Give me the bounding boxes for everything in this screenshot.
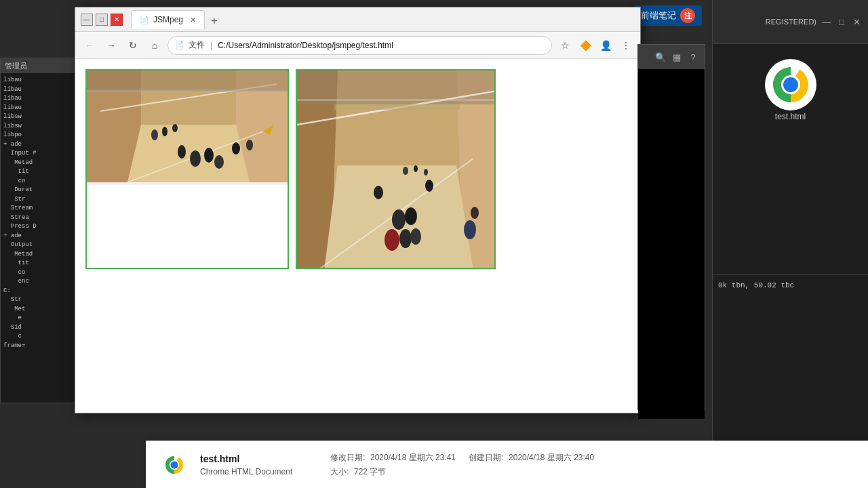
browser-toolbar: ← → ↻ ⌂ 📄 文件 | C:/Users/Administrator/De…: [75, 32, 640, 59]
size-value: 722 字节: [354, 467, 386, 476]
minimize-button[interactable]: —: [81, 14, 93, 26]
watermark-text: 前端笔记: [641, 9, 676, 22]
terminal-line: + ade: [3, 232, 75, 241]
terminal-line: tit: [3, 167, 75, 177]
toolbar-actions: ☆ 🔶 👤 ⋮: [556, 37, 635, 54]
terminal-line: Str: [3, 296, 75, 305]
terminal-line: e: [3, 314, 75, 323]
created-label: 创建日期:: [469, 453, 503, 462]
terminal-line: frame=: [3, 342, 75, 351]
address-bar[interactable]: 📄 文件 | C:/Users/Administrator/Desktop/js…: [167, 36, 552, 55]
bottom-file-info: test.html Chrome HTML Document: [200, 453, 292, 476]
browser-titlebar: — □ ✕ 📄 JSMpeg ✕ +: [75, 7, 640, 32]
stream-line: Stream: [3, 204, 75, 214]
watermark-badge: 注: [680, 8, 695, 23]
extension-button[interactable]: 🔶: [576, 37, 594, 54]
svg-rect-39: [297, 99, 496, 101]
tab-favicon: 📄: [140, 16, 149, 24]
svg-point-45: [171, 461, 178, 468]
size-info: 大小: 722 字节: [330, 465, 594, 479]
svg-point-37: [424, 169, 428, 176]
terminal-line: co: [3, 177, 75, 186]
size-label: 大小:: [330, 467, 349, 476]
reload-button[interactable]: ↻: [124, 37, 142, 54]
bottom-meta: 修改日期: 2020/4/18 星期六 23:41 创建日期: 2020/4/1…: [330, 451, 594, 479]
helper-toolbar: 🔍 ▦ ?: [638, 45, 705, 69]
panel-close-icon[interactable]: ✕: [850, 16, 863, 28]
svg-point-12: [246, 140, 253, 150]
chrome-file-label: test.html: [775, 112, 806, 121]
svg-point-11: [232, 142, 240, 155]
terminal-line: C:: [3, 287, 75, 296]
minimize-icon[interactable]: —: [821, 16, 833, 28]
far-right-header: REGISTERED) — □ ✕: [713, 0, 868, 44]
created-date: 2020/4/18 星期六 23:40: [509, 453, 594, 462]
helper-window: 🔍 ▦ ?: [637, 44, 705, 410]
menu-button[interactable]: ⋮: [617, 37, 635, 54]
modified-info: 修改日期: 2020/4/18 星期六 23:41 创建日期: 2020/4/1…: [330, 451, 594, 464]
svg-point-8: [204, 148, 214, 163]
svg-point-17: [162, 127, 167, 136]
svg-point-32: [471, 207, 479, 219]
terminal-background: 管理员 libau libau libau libau libsw libsw …: [0, 58, 78, 403]
home-button[interactable]: ⌂: [146, 37, 163, 54]
maximize-button[interactable]: □: [96, 14, 108, 26]
bottom-filename: test.html: [200, 453, 292, 464]
terminal-line: libsw: [3, 113, 75, 122]
svg-point-9: [214, 155, 224, 169]
modified-date: 2020/4/18 星期六 23:41: [370, 453, 456, 462]
helper-help-button[interactable]: ?: [687, 51, 699, 63]
terminal-line: Output: [3, 241, 75, 250]
press-line: Press D: [3, 222, 75, 232]
helper-search-button[interactable]: 🔍: [654, 51, 667, 63]
terminal-content: libau libau libau libau libsw libsw libp…: [1, 73, 77, 353]
svg-point-16: [151, 129, 158, 140]
svg-point-28: [384, 229, 399, 251]
address-prefix: 文件: [189, 39, 205, 51]
terminal-line: + ade: [3, 140, 75, 150]
svg-point-29: [399, 229, 412, 248]
terminal-line: libsw: [3, 122, 75, 131]
terminal-title: 管理员: [5, 61, 27, 71]
video-canvas-2: [297, 70, 496, 269]
far-right-panel: REGISTERED) — □ ✕ test.html 0k tbn, 50.0…: [712, 0, 868, 488]
video-frame-1-bottom: [87, 185, 288, 269]
terminal-line: libau: [3, 85, 75, 95]
svg-point-10: [178, 145, 186, 159]
svg-point-34: [425, 180, 433, 192]
terminal-line: co: [3, 268, 75, 278]
bookmark-button[interactable]: ☆: [556, 37, 574, 54]
helper-panel-button[interactable]: ▦: [671, 51, 683, 63]
terminal-output-line: 0k tbn, 50.02 tbc: [718, 280, 863, 292]
svg-point-35: [403, 167, 408, 175]
helper-content: [638, 69, 705, 419]
svg-point-42: [783, 77, 798, 92]
svg-point-30: [410, 228, 421, 245]
account-button[interactable]: 👤: [597, 37, 614, 54]
tab-close-button[interactable]: ✕: [190, 16, 196, 24]
svg-point-7: [190, 150, 201, 167]
browser-window: — □ ✕ 📄 JSMpeg ✕ + ← → ↻ ⌂ 📄 文件 | C:/Use…: [75, 7, 641, 413]
terminal-line: libpo: [3, 131, 75, 140]
terminal-line: Met: [3, 305, 75, 314]
forward-button[interactable]: →: [102, 37, 120, 54]
restore-icon[interactable]: □: [835, 16, 848, 28]
window-controls: — □ ✕: [81, 14, 123, 26]
svg-point-26: [392, 209, 406, 230]
terminal-line: Durat: [3, 186, 75, 195]
modified-label: 修改日期:: [330, 453, 365, 462]
terminal-line: Sid: [3, 323, 75, 333]
svg-point-33: [374, 186, 383, 199]
chrome-section: test.html: [713, 44, 868, 274]
terminal-line: enc: [3, 277, 75, 287]
video-canvas-1: [87, 70, 289, 182]
video-frame-1: [85, 69, 289, 269]
browser-tab[interactable]: 📄 JSMpeg ✕: [131, 10, 205, 29]
close-button[interactable]: ✕: [111, 14, 123, 26]
svg-marker-4: [127, 125, 250, 182]
back-button[interactable]: ←: [81, 37, 98, 54]
terminal-line: libau: [3, 104, 75, 113]
terminal-line: libau: [3, 94, 75, 104]
tab-bar: 📄 JSMpeg ✕ +: [131, 10, 635, 29]
new-tab-button[interactable]: +: [206, 13, 222, 29]
